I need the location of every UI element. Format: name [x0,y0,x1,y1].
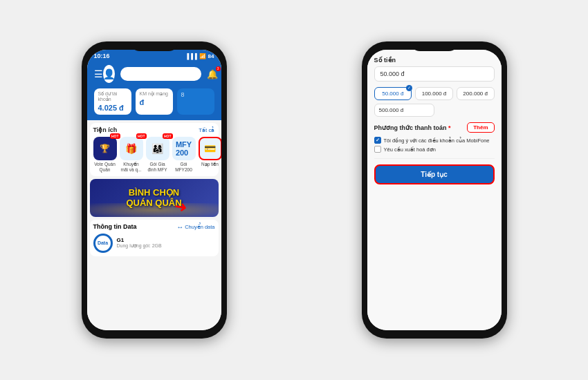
tien-ich-title: Tiện ích [93,126,118,133]
vote-label: Vote Quán Quân [93,162,117,173]
app-content: Tiện ích Tất cả 🏆 HOT Vote Quán Quân 🎁 [87,120,221,330]
utility-item-nap-tien[interactable]: 💳 Nạp tiền [199,137,221,173]
hot-badge-3: HOT [163,133,173,139]
khuyen-label: Khuyến mãi và q... [120,162,143,173]
search-input[interactable] [120,67,201,81]
status-icons: ▐▐▐ 📶 84 [185,53,214,59]
checkbox-label-2: Yêu cầu xuất hoá đơn [384,146,436,153]
thong-tin-section: Thông tin Data ↔ Chuyển data Data G1 Dun… [90,220,219,256]
utility-item-goi-gia[interactable]: 👨‍👩‍👧 HOT Gói Gia đình MFY [146,137,169,173]
checkbox-label-1: Tôi đồng ý với các điều khoản của MobiFo… [384,137,490,144]
utility-item-mfy[interactable]: MFY200 Gói MFY200 [172,137,196,173]
amount-btn-200[interactable]: 200.000 đ [457,87,495,100]
khuyen-icon: 🎁 [125,143,137,154]
status-bar: 10:16 ▐▐▐ 📶 84 [87,50,221,62]
data-desc: Dung lượng gói: 2GB [117,243,162,249]
vote-icon: 🏆 [100,144,110,153]
checkbox-row-1[interactable]: ✓ Tôi đồng ý với các điều khoản của Mobi… [374,137,495,144]
checkbox-row-2[interactable]: Yêu cầu xuất hoá đơn [374,146,495,153]
data-row: Data G1 Dung lượng gói: 2GB [93,234,215,253]
goi-gia-icon-box: 👨‍👩‍👧 HOT [146,137,169,160]
amount-options: 50.000 đ 100.000 đ 200.000 đ [374,87,495,100]
balance-section: Số dư tài khoản 4.025 đ KM nội mạng đ 8 [87,86,221,120]
balance-label-1: Số dư tài khoản [98,91,127,102]
chuyen-data-icon: ↔ [176,223,183,231]
utility-item-khuyen[interactable]: 🎁 HOT Khuyến mãi và q... [120,137,143,173]
bell-badge: 3 [216,66,221,71]
right-phone-screen: Số tiền 50.000 đ 50.000 đ 100.000 đ 200.… [367,50,502,330]
time: 10:16 [94,53,110,59]
balance-card-1: Số dư tài khoản 4.025 đ [94,88,131,115]
checkbox-2[interactable] [374,146,381,153]
so-tien-input[interactable]: 50.000 đ [374,66,495,82]
signal-icon: ▐▐▐ [185,53,197,59]
nap-tien-label: Nạp tiền [201,162,219,167]
phuong-thuc-header: Phương thức thanh toán * Thêm [374,122,495,133]
banner-text: BÌNH CHỌN QUÁN QUÂN [126,187,181,209]
balance-card-3: 8 [177,88,214,115]
form-content: Số tiền 50.000 đ 50.000 đ 100.000 đ 200.… [367,50,502,330]
balance-label-2: KM nội mạng [140,91,169,97]
vote-icon-box: 🏆 HOT [93,137,117,160]
balance-card-2: KM nội mạng đ [136,88,173,115]
tien-ich-header: Tiện ích Tất cả [93,126,215,133]
mfy-icon: MFY200 [176,140,192,157]
phone-notch [130,41,178,51]
battery-level: 84 [208,53,214,59]
mfy-icon-box: MFY200 [172,137,196,160]
required-marker: * [448,124,451,131]
thong-tin-header: Thông tin Data ↔ Chuyển data [93,223,215,231]
utility-grid: 🏆 HOT Vote Quán Quân 🎁 HOT Khuyến mãi và… [93,137,215,173]
utility-item-vote[interactable]: 🏆 HOT Vote Quán Quân [93,137,117,173]
data-info: G1 Dung lượng gói: 2GB [117,237,162,249]
amount-btn-50[interactable]: 50.000 đ [374,87,412,100]
checkbox-1[interactable]: ✓ [374,137,381,144]
goi-gia-label: Gói Gia đình MFY [146,162,169,173]
tien-ich-section: Tiện ích Tất cả 🏆 HOT Vote Quán Quân 🎁 [90,123,219,176]
data-g1-name: G1 [117,237,162,243]
chuyen-data-btn[interactable]: ↔ Chuyển data [176,223,214,231]
balance-amount-1: 4.025 đ [98,104,127,112]
amount-btn-500[interactable]: 500.000 đ [374,104,434,117]
banner-line2: QUÁN QUÂN [126,198,181,209]
hot-badge-2: HOT [136,133,147,139]
balance-amount-2: đ [140,98,169,106]
left-phone-screen: 10:16 ▐▐▐ 📶 84 ☰ 👤 🔔 3 Số dư tài khoản 4… [87,50,221,330]
so-tien-label: Số tiền [374,57,495,64]
thong-tin-title: Thông tin Data [93,223,137,230]
left-phone: 10:16 ▐▐▐ 📶 84 ☰ 👤 🔔 3 Số dư tài khoản 4… [82,41,227,339]
banner-line1: BÌNH CHỌN [126,187,181,198]
data-circle: Data [93,234,113,253]
phuong-thuc-label: Phương thức thanh toán * [374,124,451,131]
wifi-icon: 📶 [199,53,206,59]
khuyen-icon-box: 🎁 HOT [120,137,143,160]
divider [374,158,495,159]
chuyen-data-label: Chuyển data [185,224,214,230]
banner: BÌNH CHỌN QUÁN QUÂN [90,179,219,217]
nav-bar: ☰ 👤 🔔 3 [87,62,221,86]
mfy-label: Gói MFY200 [172,162,196,173]
avatar[interactable]: 👤 [103,65,115,83]
check-mark-1: ✓ [376,137,380,143]
menu-icon[interactable]: ☰ [94,68,103,79]
amount-btn-100[interactable]: 100.000 đ [415,87,453,100]
bell-icon[interactable]: 🔔 3 [207,69,218,79]
nap-tien-icon-box: 💳 [199,137,221,160]
goi-gia-icon: 👨‍👩‍👧 [151,143,163,154]
them-button[interactable]: Thêm [467,122,494,133]
nap-tien-icon: 💳 [204,143,216,154]
tat-ca-link[interactable]: Tất cả [199,127,214,133]
hot-badge-1: HOT [110,133,120,139]
right-phone-notch [410,41,459,51]
right-phone: Số tiền 50.000 đ 50.000 đ 100.000 đ 200.… [362,41,507,339]
tiep-tuc-button[interactable]: Tiếp tục [374,164,495,184]
